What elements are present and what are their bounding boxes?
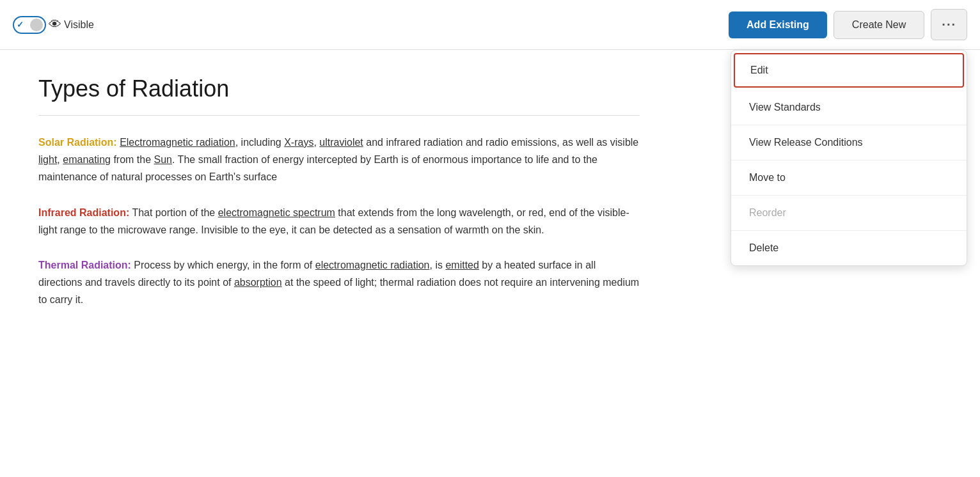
visible-label: Visible <box>64 19 94 31</box>
xrays-link[interactable]: X-rays <box>284 137 313 148</box>
dropdown-item-reorder[interactable]: Reorder <box>731 196 967 231</box>
absorption-link[interactable]: absorption <box>234 277 282 288</box>
dropdown-item-view-release-conditions[interactable]: View Release Conditions <box>731 125 967 160</box>
electromagnetic-radiation-link[interactable]: Electromagnetic radiation <box>120 137 235 148</box>
infrared-label: Infrared Radiation: <box>38 207 129 218</box>
thermal-label: Thermal Radiation: <box>38 260 131 270</box>
more-options-button[interactable]: ··· <box>931 9 967 40</box>
sun-link[interactable]: Sun <box>154 154 172 165</box>
page-title: Types of Radiation <box>38 75 640 102</box>
dropdown-item-view-standards[interactable]: View Standards <box>731 90 967 125</box>
main-content: Types of Radiation Solar Radiation: Elec… <box>0 50 678 352</box>
dropdown-item-edit[interactable]: Edit <box>734 53 964 88</box>
content-divider <box>38 115 640 116</box>
solar-label: Solar Radiation: <box>38 137 117 148</box>
eye-icon: 👁 <box>49 17 61 32</box>
solar-text: Electromagnetic radiation, including X-r… <box>38 137 638 182</box>
toggle-container: ✓ 👁 Visible <box>13 16 94 34</box>
infrared-text-continued: isible to the eye, it can be detected as… <box>215 224 544 235</box>
light-link[interactable]: light <box>38 154 57 165</box>
emanating-link[interactable]: emanating <box>63 154 111 165</box>
dropdown-item-move-to[interactable]: Move to <box>731 160 967 196</box>
em-radiation-link[interactable]: electromagnetic radiation <box>315 260 430 270</box>
toolbar-right: Add Existing Create New ··· <box>729 9 967 40</box>
em-spectrum-link[interactable]: electromagnetic spectrum <box>218 207 335 218</box>
visibility-toggle[interactable]: ✓ <box>13 16 46 34</box>
toggle-check-icon: ✓ <box>17 20 24 29</box>
ultraviolet-link[interactable]: ultraviolet <box>319 137 363 148</box>
infrared-section: Infrared Radiation: That portion of the … <box>38 204 640 238</box>
add-existing-button[interactable]: Add Existing <box>729 12 827 38</box>
toolbar: ✓ 👁 Visible Add Existing Create New ··· <box>0 0 980 50</box>
dropdown-menu: Edit View Standards View Release Conditi… <box>731 50 967 266</box>
emitted-link[interactable]: emitted <box>445 260 478 270</box>
create-new-button[interactable]: Create New <box>834 11 924 39</box>
thermal-section: Thermal Radiation: Process by which ener… <box>38 256 640 309</box>
toolbar-left: ✓ 👁 Visible <box>13 16 94 34</box>
solar-section: Solar Radiation: Electromagnetic radiati… <box>38 134 640 186</box>
toggle-knob <box>30 19 43 31</box>
dropdown-item-delete[interactable]: Delete <box>731 231 967 265</box>
